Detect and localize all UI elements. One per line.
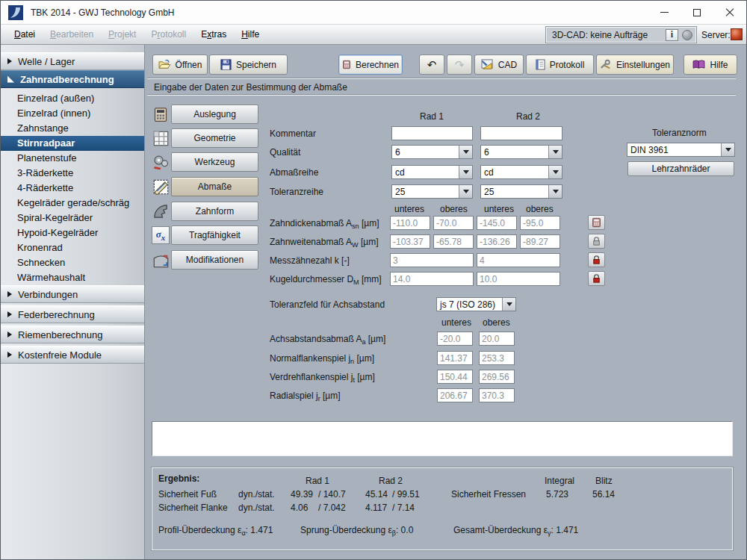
tolerance-series-rad1-select[interactable]: 25	[391, 184, 473, 199]
scuffing-integral-value: 5.723	[546, 489, 568, 500]
window-title: TBK 2014 - GWJ Technology GmbH	[31, 7, 175, 18]
comment-rad2-input[interactable]	[480, 126, 562, 140]
results-col-rad1: Rad 1	[306, 476, 329, 486]
chevron-down-icon[interactable]	[502, 298, 515, 311]
open-button[interactable]: Öffnen	[152, 55, 208, 75]
sidebar-item-waermehaushalt[interactable]: Wärmehaushalt	[1, 270, 144, 285]
dm-lock-button[interactable]	[588, 271, 605, 286]
chevron-down-icon[interactable]	[459, 146, 472, 158]
tolerance-norm-label: Toleranznorm	[652, 128, 707, 138]
comment-rad1-input[interactable]	[391, 126, 473, 140]
chevron-down-icon[interactable]	[548, 185, 562, 198]
sidebar-item-einzelrad-innen[interactable]: Einzelrad (innen)	[1, 106, 144, 121]
sidebar-item-spiral-kegelraeder[interactable]: Spiral-Kegelräder	[1, 211, 144, 225]
calculate-button[interactable]: Berechnen	[338, 55, 403, 75]
jr-label: Radialspiel jr [µm]	[270, 391, 341, 402]
server-label: Server:	[701, 30, 731, 40]
dm-rad2-field	[477, 272, 560, 286]
flank-safety-rad2-dyn: 4.117	[365, 503, 387, 513]
geometrie-button[interactable]: Geometrie	[171, 128, 258, 148]
modification-icon	[152, 251, 170, 269]
root-safety-rad1-stat: / 140.7	[318, 489, 346, 500]
sidebar-item-hypoid-kegelraeder[interactable]: Hypoid-Kegelräder	[1, 225, 144, 240]
tolerance-norm-select[interactable]: DIN 3961	[627, 143, 735, 157]
modifikationen-button[interactable]: Modifikationen	[171, 250, 258, 270]
sidebar-section-verbindungen[interactable]: Verbindungen	[1, 285, 144, 303]
sidebar-item-3-raederkette[interactable]: 3-Räderkette	[1, 166, 144, 181]
rad1-column-header: Rad 1	[420, 111, 444, 122]
root-safety-rad2-dyn: 45.14	[365, 489, 388, 500]
close-button[interactable]	[713, 1, 746, 24]
menu-extras[interactable]: Extras	[193, 26, 234, 43]
undo-button[interactable]: ↶	[419, 55, 444, 75]
sidebar-section-kostenfreie-module[interactable]: Kostenfreie Module	[1, 346, 144, 364]
tools-icon	[600, 59, 612, 70]
scuffing-blitz-value: 56.14	[592, 489, 615, 500]
flank-safety-label: Sicherheit Flanke	[158, 503, 228, 513]
deviation-series-rad2-select[interactable]: cd	[480, 165, 562, 179]
redo-icon: ↷	[455, 59, 465, 70]
chevron-down-icon[interactable]	[459, 166, 472, 178]
menu-protokoll: Protokoll	[143, 26, 193, 43]
zahnform-button[interactable]: Zahnform	[171, 202, 258, 221]
tolerance-zone-select[interactable]: js 7 (ISO 286)	[436, 297, 516, 311]
info-button[interactable]: i	[666, 29, 678, 41]
quality-rad2-select[interactable]: 6	[480, 145, 562, 159]
quality-rad1-select[interactable]: 6	[391, 145, 473, 159]
sidebar-section-welle-lager[interactable]: Welle / Lager	[1, 52, 144, 70]
undo-icon: ↶	[427, 59, 437, 70]
chevron-down-icon[interactable]	[459, 185, 472, 198]
flank-safety-rad1-stat: / 7.042	[318, 503, 346, 513]
gears-tool-icon	[152, 153, 170, 171]
werkzeug-button[interactable]: Werkzeug	[171, 152, 258, 172]
protocol-button[interactable]: Protokoll	[526, 55, 594, 75]
save-button[interactable]: Speichern	[209, 55, 288, 75]
sidebar-item-planetenstufe[interactable]: Planetenstufe	[1, 151, 144, 166]
settings-button[interactable]: Einstellungen	[596, 55, 674, 75]
k-rad2-field	[477, 253, 560, 267]
aa-lower-field	[437, 332, 473, 346]
deviation-series-rad1-select[interactable]: cd	[391, 165, 473, 179]
profile-overlap: Profil-Überdeckung εα: 1.471	[158, 525, 273, 537]
sidebar-item-kegelraeder[interactable]: Kegelräder gerade/schräg	[1, 196, 144, 211]
aw-lock-button[interactable]	[588, 234, 605, 249]
sidebar-item-zahnstange[interactable]: Zahnstange	[1, 121, 144, 136]
helix-overlap: Sprung-Überdeckung εβ: 0.0	[300, 525, 413, 537]
menu-datei[interactable]: Datei	[7, 26, 43, 43]
sidebar-item-schnecken[interactable]: Schnecken	[1, 255, 144, 270]
divider	[147, 78, 736, 79]
close-icon	[725, 8, 734, 17]
results-col-blitz: Blitz	[595, 476, 613, 486]
sidebar-item-stirnradpaar[interactable]: Stirnradpaar	[1, 136, 144, 151]
calculator-icon	[152, 105, 170, 123]
jt-label: Verdrehflankenspiel jt [µm]	[270, 372, 375, 384]
tragfaehigkeit-button[interactable]: Tragfähigkeit	[171, 225, 258, 245]
sidebar-section-riemenberechnung[interactable]: Riemenberechnung	[1, 326, 144, 343]
root-safety-rad2-stat: / 99.51	[392, 489, 420, 500]
flank-safety-rad2-stat: / 7.14	[392, 503, 415, 513]
sidebar-item-4-raederkette[interactable]: 4-Räderkette	[1, 181, 144, 196]
maximize-button[interactable]	[681, 1, 713, 24]
chevron-down-icon[interactable]	[721, 143, 734, 156]
chevron-right-icon	[7, 352, 12, 358]
sidebar-item-kronenrad[interactable]: Kronenrad	[1, 240, 144, 255]
cad-button[interactable]: CAD	[474, 55, 524, 75]
k-lock-button[interactable]	[588, 252, 605, 267]
scuffing-safety-label: Sicherheit Fressen	[451, 489, 526, 500]
auslegung-button[interactable]: Auslegung	[171, 105, 258, 124]
menu-hilfe[interactable]: Hilfe	[234, 26, 267, 43]
abmasse-button[interactable]: Abmaße	[171, 177, 258, 196]
help-button[interactable]: Hilfe	[684, 55, 737, 75]
chevron-down-icon[interactable]	[548, 146, 562, 158]
sidebar-item-einzelrad-aussen[interactable]: Einzelrad (außen)	[1, 91, 144, 106]
cad-status-box: 3D-CAD: keine Aufträge i	[546, 27, 696, 43]
sidebar-section-zahnradberechnung[interactable]: Zahnradberechnung	[1, 70, 144, 88]
jn-upper-field	[479, 351, 515, 365]
chevron-down-icon[interactable]	[548, 166, 562, 178]
aw-lower-rad1-field	[390, 234, 430, 249]
sidebar-section-federberechnung[interactable]: Federberechnung	[1, 305, 144, 323]
asn-calculator-button[interactable]	[588, 215, 605, 230]
minimize-button[interactable]	[648, 1, 681, 24]
lehrzahnraeder-button[interactable]: Lehrzahnräder	[627, 161, 734, 176]
tolerance-series-rad2-select[interactable]: 25	[480, 184, 562, 199]
